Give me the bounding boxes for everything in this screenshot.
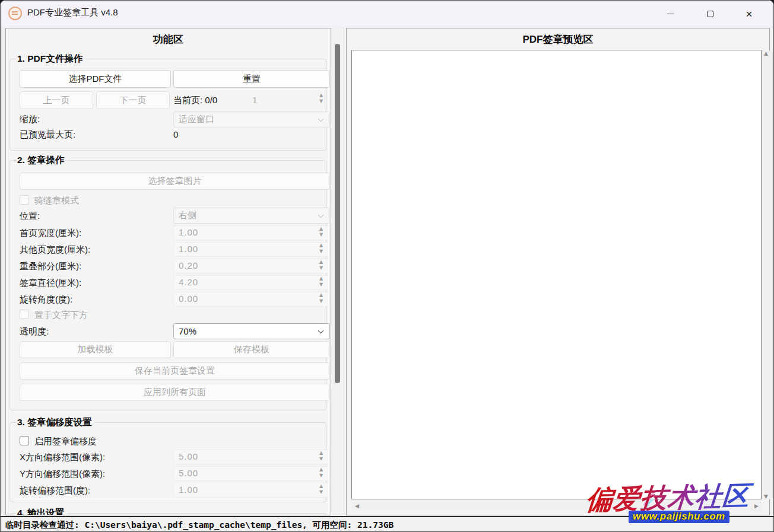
preview-panel-title: PDF签章预览区	[347, 33, 769, 46]
zoom-select-value: 适应窗口	[179, 114, 214, 125]
max-preview-value: 0	[173, 129, 178, 141]
zoom-select[interactable]: 适应窗口	[173, 112, 330, 128]
next-page-button[interactable]: 下一页	[96, 91, 170, 109]
function-panel-title: 功能区	[6, 33, 331, 46]
chevron-down-icon	[318, 212, 324, 218]
spinner-arrows: ▲▼	[317, 243, 325, 254]
scrollbar-thumb[interactable]	[335, 44, 340, 383]
param-label: 旋转角度(度):	[20, 294, 72, 305]
save-current-page-button[interactable]: 保存当前页签章设置	[20, 362, 330, 380]
straddle-mode-label: 骑缝章模式	[34, 195, 79, 206]
param-row-overlap: 重叠部分(厘米): 0.20 ▲▼	[6, 258, 331, 275]
spin-value: 1.00	[179, 485, 198, 495]
function-panel-scrollbar[interactable]	[332, 28, 343, 515]
opacity-label: 透明度:	[20, 326, 49, 337]
save-template-button[interactable]: 保存模板	[173, 341, 330, 358]
spinner-up-icon[interactable]: ▲	[319, 450, 323, 456]
position-label: 位置:	[20, 210, 40, 222]
spinner-up-icon[interactable]: ▲	[319, 226, 323, 232]
spin-value: 4.20	[179, 277, 198, 287]
chevron-down-icon	[318, 328, 324, 334]
spinner-up-icon[interactable]: ▲	[319, 259, 323, 265]
maximize-button[interactable]	[690, 1, 729, 27]
select-pdf-button[interactable]: 选择PDF文件	[20, 70, 171, 88]
status-text: 临时目录检查通过: C:\Users\baiya\.pdf_stamp_cach…	[5, 520, 394, 531]
param-row-x-offset: X方向偏移范围(像素): 5.00 ▲▼	[6, 449, 331, 466]
preview-panel: PDF签章预览区 ▲ ▼ ◀ ▶	[346, 28, 770, 515]
chevron-down-icon	[318, 116, 324, 122]
spinner-down-icon[interactable]: ▼	[319, 489, 323, 495]
scroll-up-icon[interactable]: ▲	[764, 50, 768, 56]
spinner-arrows: ▲▼	[317, 450, 325, 462]
app-window: PDF专业签章工具 v4.8 × 功能区 1. PDF文件操作 选择PDF文件 …	[0, 0, 774, 532]
load-template-button[interactable]: 加载模板	[20, 341, 171, 358]
window-controls: ×	[651, 1, 769, 27]
spinner-down-icon[interactable]: ▼	[319, 282, 323, 288]
function-panel: 功能区 1. PDF文件操作 选择PDF文件 重置 上一页 下一页 当前页: 0…	[5, 28, 331, 515]
apply-all-pages-button[interactable]: 应用到所有页面	[20, 384, 330, 401]
under-text-label: 置于文字下方	[34, 309, 88, 321]
minimize-icon	[667, 14, 674, 14]
spinner-arrows: ▲▼	[317, 467, 325, 479]
spinner-arrows: ▲▼	[317, 292, 325, 304]
param-row-first-page-width: 首页宽度(厘米): 1.00 ▲▼	[6, 225, 331, 241]
position-select[interactable]: 右侧	[173, 208, 330, 224]
max-preview-label: 已预览最大页:	[20, 129, 75, 141]
spinner-up-icon[interactable]: ▲	[319, 243, 323, 249]
spinner-down-icon[interactable]: ▼	[319, 249, 323, 254]
minimize-button[interactable]	[651, 1, 690, 27]
param-row-rotation-angle: 旋转角度(度): 0.00 ▲▼	[6, 291, 331, 308]
param-label: 其他页宽度(厘米):	[20, 244, 90, 256]
spinner-down-icon[interactable]: ▼	[319, 456, 323, 462]
spinner-arrows: ▲▼	[317, 226, 325, 238]
spinner-arrows: ▲▼	[317, 276, 325, 288]
param-label: 签章直径(厘米):	[20, 277, 81, 289]
param-label: 旋转偏移范围(度):	[20, 485, 90, 496]
zoom-label: 缩放:	[20, 113, 40, 125]
opacity-select[interactable]: 70%	[173, 323, 330, 339]
param-label: X方向偏移范围(像素):	[20, 451, 105, 463]
enable-offset-checkbox[interactable]	[20, 436, 29, 445]
group-title: 3. 签章偏移度设置	[16, 416, 96, 428]
param-row-rotation-offset: 旋转偏移范围(度): 1.00 ▲▼	[6, 482, 331, 499]
spinner-up-icon[interactable]: ▲	[319, 292, 323, 298]
position-select-value: 右侧	[179, 210, 196, 221]
spinner-down-icon[interactable]: ▼	[319, 298, 323, 304]
watermark-url: www.paijishu.com	[629, 511, 729, 523]
spinner-down-icon[interactable]: ▼	[319, 473, 323, 479]
param-row-y-offset: Y方向偏移范围(像素): 5.00 ▲▼	[6, 466, 331, 482]
spinner-up-icon[interactable]: ▲	[319, 483, 323, 489]
group-output-settings: 4. 输出设置	[9, 513, 326, 515]
spin-value: 0.20	[179, 260, 198, 270]
spinner-down-icon[interactable]: ▼	[319, 265, 323, 271]
app-stamp-icon	[8, 7, 22, 20]
under-text-checkbox[interactable]	[20, 310, 29, 319]
spinner-arrows: ▲▼	[317, 483, 325, 495]
reset-button[interactable]: 重置	[173, 70, 330, 88]
spin-value: 1.00	[179, 244, 198, 254]
preview-vertical-scrollbar[interactable]: ▲ ▼	[762, 50, 770, 499]
page-spinner-arrows: ▲ ▼	[317, 93, 325, 104]
spinner-down-icon[interactable]: ▼	[319, 98, 323, 104]
param-label: 首页宽度(厘米):	[20, 227, 81, 239]
prev-page-button[interactable]: 上一页	[20, 91, 93, 109]
param-label: Y方向偏移范围(像素):	[20, 468, 105, 480]
param-row-other-page-width: 其他页宽度(厘米): 1.00 ▲▼	[6, 241, 331, 258]
page-spinner-value[interactable]: 1	[252, 94, 257, 106]
select-stamp-image-button[interactable]: 选择签章图片	[20, 173, 330, 190]
straddle-mode-checkbox[interactable]	[20, 195, 29, 205]
close-icon: ×	[746, 8, 752, 20]
opacity-select-value: 70%	[179, 326, 196, 336]
scroll-left-icon[interactable]: ◀	[355, 503, 359, 509]
spinner-down-icon[interactable]: ▼	[319, 232, 323, 238]
spin-value: 5.00	[179, 468, 198, 478]
preview-canvas[interactable]	[351, 50, 762, 499]
close-button[interactable]: ×	[729, 1, 769, 27]
group-title: 2. 签章操作	[16, 154, 68, 166]
spin-value: 0.00	[179, 294, 198, 304]
current-page-label: 当前页: 0/0	[173, 94, 217, 106]
spinner-up-icon[interactable]: ▲	[319, 93, 323, 98]
window-title: PDF专业签章工具 v4.8	[27, 7, 118, 18]
spinner-up-icon[interactable]: ▲	[319, 467, 323, 473]
spinner-up-icon[interactable]: ▲	[319, 276, 323, 282]
